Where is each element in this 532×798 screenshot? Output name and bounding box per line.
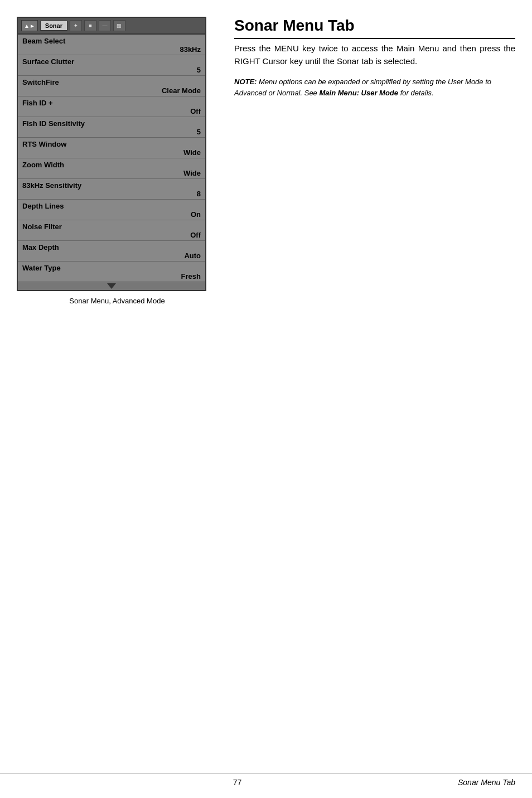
right-column: Sonar Menu Tab Press the MENU key twice … xyxy=(234,17,515,305)
menu-label-water-type: Water Type xyxy=(22,264,201,272)
menu-item-depth-lines[interactable]: Depth Lines On xyxy=(18,200,205,220)
menu-item-switchfire[interactable]: SwitchFire Clear Mode xyxy=(18,76,205,96)
menu-value-fish-id-sensitivity: 5 xyxy=(22,128,201,136)
device-caption: Sonar Menu, Advanced Mode xyxy=(17,297,217,305)
menu-value-depth-lines: On xyxy=(22,210,201,219)
menu-label-fish-id-sensitivity: Fish ID Sensitivity xyxy=(22,119,201,128)
menu-item-surface-clutter[interactable]: Surface Clutter 5 xyxy=(18,55,205,76)
menu-value-noise-filter: Off xyxy=(22,231,201,239)
menu-value-zoom-width: Wide xyxy=(22,169,201,177)
map-tab-icon: ■ xyxy=(84,20,96,31)
menu-label-rts-window: RTS Window xyxy=(22,140,201,148)
menu-label-depth-lines: Depth Lines xyxy=(22,202,201,210)
menu-item-rts-window[interactable]: RTS Window Wide xyxy=(18,138,205,158)
scroll-down-arrow-icon xyxy=(107,283,116,289)
menu-item-noise-filter[interactable]: Noise Filter Off xyxy=(18,220,205,241)
menu-item-fish-id-sensitivity[interactable]: Fish ID Sensitivity 5 xyxy=(18,117,205,138)
menu-item-83khz-sensitivity[interactable]: 83kHz Sensitivity 8 xyxy=(18,179,205,200)
menu-value-rts-window: Wide xyxy=(22,148,201,157)
device-topbar: ▲► Sonar ✦ ■ — ▩ xyxy=(18,18,205,35)
menu-label-beam-select: Beam Select xyxy=(22,37,201,45)
left-column: ▲► Sonar ✦ ■ — ▩ Beam Select 83kHz Surfa… xyxy=(17,17,217,305)
footer-section-title: Sonar Menu Tab xyxy=(458,778,515,787)
menu-value-water-type: Fresh xyxy=(22,272,201,280)
menu-value-83khz-sensitivity: 8 xyxy=(22,190,201,198)
menu-item-zoom-width[interactable]: Zoom Width Wide xyxy=(18,158,205,179)
menu-item-fish-id-plus[interactable]: Fish ID + Off xyxy=(18,96,205,117)
menu-label-fish-id-plus: Fish ID + xyxy=(22,99,201,107)
menu-item-water-type[interactable]: Water Type Fresh xyxy=(18,262,205,282)
note-link: Main Menu: User Mode xyxy=(319,89,398,97)
menu-value-beam-select: 83kHz xyxy=(22,45,201,54)
footer: 77 Sonar Menu Tab xyxy=(0,773,532,787)
menu-label-switchfire: SwitchFire xyxy=(22,78,201,86)
note-paragraph: NOTE: Menu options can be expanded or si… xyxy=(234,76,515,98)
menu-label-surface-clutter: Surface Clutter xyxy=(22,57,201,66)
menu-list: Beam Select 83kHz Surface Clutter 5 Swit… xyxy=(18,35,205,290)
section-title: Sonar Menu Tab xyxy=(234,17,515,39)
note-keyword: NOTE: xyxy=(234,78,257,86)
menu-item-beam-select[interactable]: Beam Select 83kHz xyxy=(18,35,205,55)
menu-value-surface-clutter: 5 xyxy=(22,66,201,74)
camera-tab-icon: ▩ xyxy=(113,20,125,31)
menu-value-switchfire: Clear Mode xyxy=(22,86,201,95)
menu-label-noise-filter: Noise Filter xyxy=(22,223,201,231)
scroll-indicator xyxy=(18,282,205,290)
menu-label-max-depth: Max Depth xyxy=(22,243,201,252)
settings-tab-icon: ✦ xyxy=(70,20,82,31)
sonar-tab-active[interactable]: Sonar xyxy=(40,21,67,31)
note-suffix: for details. xyxy=(398,89,434,97)
body-text: Press the MENU key twice to access the M… xyxy=(234,42,515,67)
device-screen: ▲► Sonar ✦ ■ — ▩ Beam Select 83kHz Surfa… xyxy=(17,17,206,291)
fish-tab-icon: ▲► xyxy=(21,20,38,31)
menu-label-zoom-width: Zoom Width xyxy=(22,161,201,169)
minus-tab-icon: — xyxy=(99,20,111,31)
menu-item-max-depth[interactable]: Max Depth Auto xyxy=(18,241,205,262)
menu-value-max-depth: Auto xyxy=(22,252,201,260)
menu-value-fish-id-plus: Off xyxy=(22,107,201,115)
footer-page-number: 77 xyxy=(233,778,242,787)
menu-label-83khz-sensitivity: 83kHz Sensitivity xyxy=(22,181,201,190)
